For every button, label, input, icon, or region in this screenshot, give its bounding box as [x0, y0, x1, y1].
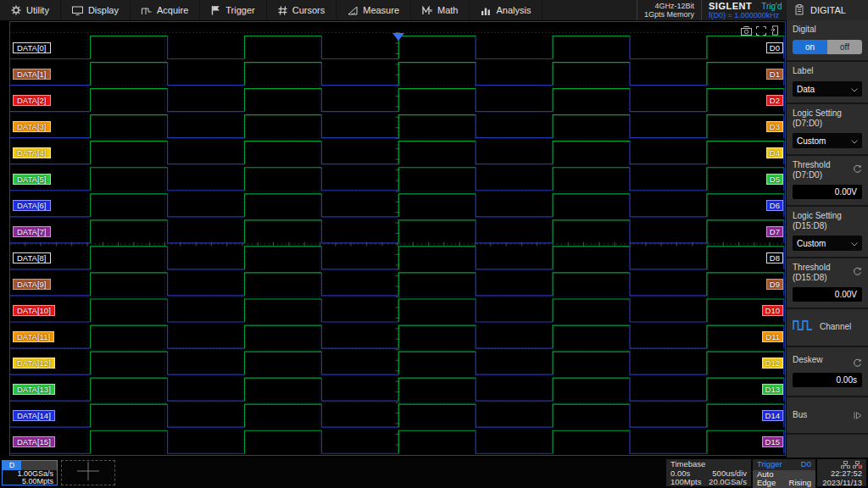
deskew-value: 0.00s — [837, 375, 857, 385]
logic-d15d8-dropdown[interactable]: Custom — [793, 236, 862, 251]
channel-tag-D5[interactable]: D5 — [766, 174, 783, 185]
timebase-points: 100Mpts — [670, 478, 701, 487]
digital-settings-sidebar: Digital on off Label Data Logic Setting … — [787, 20, 868, 488]
channel-tag-D6[interactable]: D6 — [766, 200, 783, 211]
label-dropdown[interactable]: Data — [793, 81, 862, 97]
section-digital-toggle: Digital on off — [787, 20, 868, 62]
threshold-d7d0-field[interactable]: 0.00V — [793, 185, 862, 199]
add-channel-button[interactable] — [61, 460, 115, 485]
section-deskew: Deskew 0.00s — [787, 347, 868, 397]
threshold-d7d0-range: (D7:D0) — [793, 170, 862, 180]
digital-mem-depth: 5.00Mpts — [3, 478, 57, 485]
digital-on-off-toggle: on off — [793, 40, 862, 54]
label-dropdown-value: Data — [797, 85, 815, 94]
logic-d7d0-title: Logic Setting — [793, 108, 862, 119]
section-channel[interactable]: Channel — [787, 309, 868, 347]
deskew-field[interactable]: 0.00s — [793, 373, 862, 387]
lan-disconnected-icon — [853, 461, 862, 469]
trigger-source: D0 — [801, 460, 811, 469]
digital-panel-header[interactable]: DIGITAL — [787, 0, 868, 20]
section-bus[interactable]: Bus — [787, 397, 868, 435]
clock-date: 2023/11/13 — [821, 478, 862, 487]
threshold-d7d0-value: 0.00V — [835, 187, 857, 197]
channel-label-D15[interactable]: DATA[15] — [13, 436, 55, 447]
clock-time: 22:27:52 — [821, 469, 862, 478]
channel-tag-D9[interactable]: D9 — [766, 279, 783, 290]
threshold-d15d8-value: 0.00V — [835, 290, 857, 299]
lan-icon — [841, 461, 850, 469]
channel-wave-icon — [793, 319, 813, 335]
channel-label-D2[interactable]: DATA[2] — [13, 95, 51, 106]
oscilloscope-screen: UtilityDisplayAcquireTriggerCursorsMeasu… — [0, 0, 868, 488]
channel-label-D14[interactable]: DATA[14] — [13, 410, 55, 421]
channel-label-D1[interactable]: DATA[1] — [13, 69, 51, 80]
channel-tag-D11[interactable]: D11 — [762, 331, 783, 342]
network-status-icons — [821, 461, 862, 469]
channel-tag-D1[interactable]: D1 — [766, 69, 783, 80]
channel-tag-D4[interactable]: D4 — [766, 147, 783, 158]
timebase-panel[interactable]: Timebase 0.00s 500us/div 100Mpts 20.0GSa… — [666, 459, 751, 486]
logic-d7d0-dropdown[interactable]: Custom — [793, 133, 862, 148]
digital-panel-title: DIGITAL — [810, 5, 846, 15]
screenshot-camera-icon[interactable] — [741, 24, 752, 39]
timebase-sample-rate: 20.0GSa/s — [709, 478, 747, 487]
threshold-d7d0-title: Threshold — [793, 160, 862, 170]
channel-label-D4[interactable]: DATA[4] — [13, 147, 51, 158]
trigger-position-marker[interactable] — [392, 33, 404, 41]
channel-label: Channel — [820, 322, 851, 332]
clock-panel[interactable]: 22:27:52 2023/11/13 — [817, 459, 866, 486]
channel-label-D3[interactable]: DATA[3] — [13, 121, 51, 132]
logic-d15d8-value: Custom — [797, 239, 826, 248]
channel-label-D5[interactable]: DATA[5] — [13, 174, 51, 185]
clipboard-icon — [795, 4, 804, 17]
threshold-d15d8-field[interactable]: 0.00V — [793, 287, 862, 302]
channel-label-D11[interactable]: DATA[11] — [13, 331, 54, 342]
section-logic-d15d8: Logic Setting (D15:D8) Custom — [787, 207, 868, 258]
digital-channel-descriptor[interactable]: D 1.00GSa/s 5.00Mpts — [2, 460, 58, 485]
channel-tag-D8[interactable]: D8 — [766, 252, 783, 263]
channel-tag-D0[interactable]: D0 — [766, 42, 783, 53]
logic-d7d0-range: (D7:D0) — [793, 119, 862, 128]
section-threshold-d15d8: Threshold (D15:D8) 0.00V — [787, 258, 868, 309]
channel-tag-D15[interactable]: D15 — [762, 436, 783, 447]
logic-d7d0-value: Custom — [797, 136, 826, 146]
flip-page-icon[interactable] — [771, 24, 780, 39]
label-section-title: Label — [793, 66, 862, 76]
threshold-d15d8-reset-icon[interactable] — [853, 264, 862, 280]
deskew-reset-icon[interactable] — [853, 356, 862, 371]
channel-label-D9[interactable]: DATA[9] — [13, 279, 51, 290]
channel-tag-D14[interactable]: D14 — [762, 410, 783, 421]
channel-label-D7[interactable]: DATA[7] — [13, 226, 51, 237]
channel-tag-D2[interactable]: D2 — [766, 95, 783, 106]
digital-on-button[interactable]: on — [793, 40, 827, 54]
channel-label-D10[interactable]: DATA[10] — [13, 305, 55, 316]
channel-label-D12[interactable]: DATA[12] — [13, 358, 55, 369]
channel-tag-D13[interactable]: D13 — [762, 384, 783, 395]
bus-expand-icon — [854, 408, 862, 423]
waveform-display-area[interactable]: DATA[0]D0DATA[1]D1DATA[2]D2DATA[3]D3DATA… — [0, 0, 787, 458]
channel-tag-D10[interactable]: D10 — [762, 305, 783, 316]
timebase-title: Timebase — [670, 460, 705, 469]
bottom-status-bar: D 1.00GSa/s 5.00Mpts Timebase 0.00s 500u… — [0, 458, 868, 488]
trigger-panel[interactable]: Trigger D0 Auto Edge Rising — [753, 459, 815, 486]
threshold-d7d0-reset-icon[interactable] — [853, 162, 862, 177]
logic-d15d8-title: Logic Setting — [793, 211, 862, 221]
channel-tag-D7[interactable]: D7 — [766, 226, 783, 237]
channel-label-D8[interactable]: DATA[8] — [13, 252, 51, 263]
fullscreen-frame-icon[interactable] — [756, 24, 766, 39]
threshold-d15d8-title: Threshold — [793, 263, 862, 273]
digital-waveforms — [0, 0, 787, 458]
section-label: Label Data — [787, 62, 868, 104]
channel-tag-D12[interactable]: D12 — [762, 358, 783, 369]
digital-label: Digital — [793, 25, 862, 35]
plus-icon — [77, 462, 99, 484]
channel-label-D6[interactable]: DATA[6] — [13, 200, 51, 211]
channel-label-D0[interactable]: DATA[0] — [13, 42, 51, 53]
chevron-down-icon — [851, 136, 858, 146]
digital-off-button[interactable]: off — [827, 40, 862, 54]
channel-tag-D3[interactable]: D3 — [766, 121, 783, 132]
channel-label-D13[interactable]: DATA[13] — [13, 384, 55, 395]
threshold-d15d8-range: (D15:D8) — [793, 273, 862, 282]
bus-label: Bus — [793, 410, 807, 420]
plot-corner-tools — [741, 24, 780, 39]
